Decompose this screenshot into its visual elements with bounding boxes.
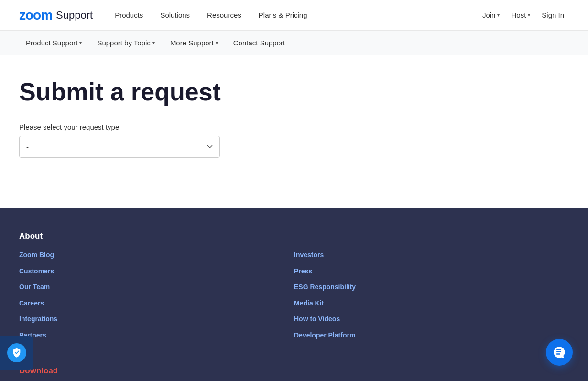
footer-integrations[interactable]: Integrations [19,315,294,324]
footer-partners[interactable]: Partners [19,331,294,340]
footer-how-to-videos[interactable]: How to Videos [294,315,569,324]
footer: About Zoom Blog Customers Our Team Caree… [0,208,588,381]
product-support-chevron-icon: ▾ [79,40,82,45]
top-nav-right: Join ▾ Host ▾ Sign In [478,7,569,23]
nav-products[interactable]: Products [108,7,150,23]
footer-esg[interactable]: ESG Responsibility [294,283,569,292]
logo-link[interactable]: zoom Support [19,8,93,23]
footer-right-col: Investors Press ESG Responsibility Media… [294,250,569,347]
footer-download-heading: Download [19,366,569,376]
footer-media-kit[interactable]: Media Kit [294,299,569,308]
subnav-more-support[interactable]: More Support ▾ [163,35,225,51]
nav-join[interactable]: Join ▾ [478,7,505,23]
nav-plans-pricing[interactable]: Plans & Pricing [252,7,314,23]
nav-sign-in[interactable]: Sign In [537,7,569,23]
footer-investors[interactable]: Investors [294,250,569,260]
page-title: Submit a request [19,78,569,106]
top-navigation: zoom Support Products Solutions Resource… [0,0,588,31]
top-nav-links: Products Solutions Resources Plans & Pri… [108,7,478,23]
footer-zoom-blog[interactable]: Zoom Blog [19,250,294,260]
more-support-chevron-icon: ▾ [216,40,218,45]
footer-about-heading: About [19,231,569,241]
chat-support-button[interactable] [546,339,573,366]
request-type-select[interactable]: - Technical Support Billing Account Mana… [19,136,220,158]
nav-solutions[interactable]: Solutions [153,7,196,23]
request-type-label: Please select your request type [19,123,569,131]
chat-icon [553,346,566,359]
host-chevron-icon: ▾ [528,12,530,18]
nav-host[interactable]: Host ▾ [506,7,535,23]
footer-left-col: Zoom Blog Customers Our Team Careers Int… [19,250,294,347]
footer-our-team[interactable]: Our Team [19,283,294,292]
footer-about-columns: Zoom Blog Customers Our Team Careers Int… [19,250,569,347]
footer-developer-platform[interactable]: Developer Platform [294,331,569,340]
footer-customers[interactable]: Customers [19,267,294,276]
security-badge-inner [7,343,26,362]
nav-resources[interactable]: Resources [200,7,248,23]
security-badge[interactable] [0,336,33,370]
footer-download-section: Download Meetings Client Outlook Plug-in [19,366,569,381]
support-logo-text: Support [56,9,93,22]
subnav-contact-support[interactable]: Contact Support [227,35,292,51]
sub-navigation: Product Support ▾ Support by Topic ▾ Mor… [0,31,588,55]
join-chevron-icon: ▾ [497,12,500,18]
footer-careers[interactable]: Careers [19,299,294,308]
subnav-support-by-topic[interactable]: Support by Topic ▾ [90,35,161,51]
support-topic-chevron-icon: ▾ [152,40,155,45]
shield-icon [11,348,22,358]
subnav-product-support[interactable]: Product Support ▾ [19,35,88,51]
main-content: Submit a request Please select your requ… [0,55,588,208]
zoom-logo-text: zoom [19,8,52,23]
footer-press[interactable]: Press [294,267,569,276]
